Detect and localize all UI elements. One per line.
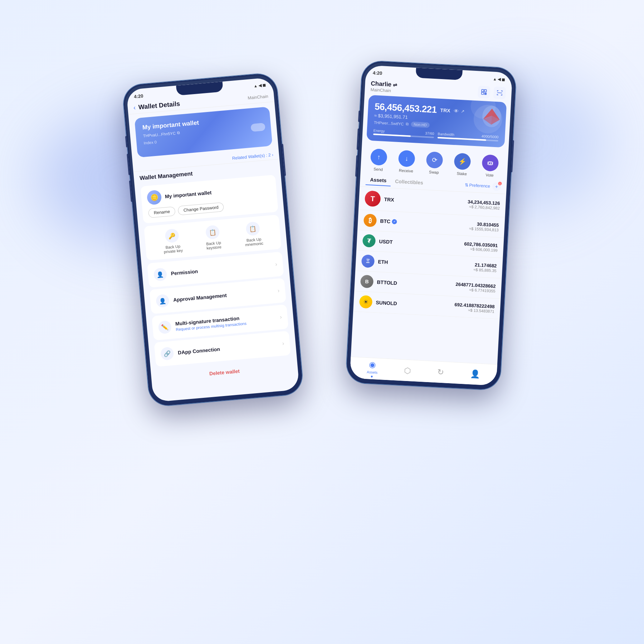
trx-name-col: TRX — [384, 196, 468, 206]
send-action[interactable]: ↑ Send — [370, 148, 387, 172]
chain-name: MainChain — [370, 87, 397, 94]
backup-key-label: Back Upprivate key — [163, 244, 183, 254]
stake-label: Stake — [457, 171, 467, 176]
usdt-name-col: USDT — [379, 238, 464, 248]
vote-label: Vote — [486, 173, 494, 177]
right-side-btn-3 — [355, 155, 358, 177]
svg-line-7 — [497, 93, 502, 93]
add-badge: 1 — [498, 182, 502, 186]
receive-icon-btn[interactable] — [478, 86, 491, 98]
backup-mnemonic-icon: 📋 — [245, 221, 260, 236]
change-password-button[interactable]: Change Password — [178, 202, 224, 215]
btc-name: BTC ✓ — [380, 218, 469, 229]
receive-action[interactable]: ↓ Receive — [398, 150, 415, 173]
receive-icon-circle: ↓ — [398, 150, 415, 167]
wallet-card: My important wallet THPvaU...Fhn5YC ⧉ In… — [135, 107, 273, 158]
eye-icon[interactable]: 👁 — [454, 108, 459, 114]
backup-keystore[interactable]: 📋 Back Upkeystore — [205, 225, 221, 250]
swap-arrows-icon[interactable]: ⇌ — [393, 82, 397, 88]
trx-icon: T — [365, 190, 381, 207]
approval-icon: 👤 — [156, 294, 170, 308]
stake-icon-circle: ⚡ — [454, 153, 471, 170]
svg-rect-3 — [485, 93, 486, 94]
asset-list: T TRX 34,234,453.126 ≈$ 2,760,842,982 ₿ … — [353, 186, 506, 319]
usdt-name: USDT — [379, 238, 464, 248]
vote-icon-circle: 🎟 — [482, 154, 499, 171]
left-phone-screen: 4:20 ▲ ◀ ◼ ‹ Wallet Details MainChain My… — [126, 77, 300, 402]
tron-decoration — [481, 104, 502, 129]
swap-label: Swap — [429, 170, 439, 174]
assets-nav-icon: ◉ — [369, 360, 376, 370]
eth-values: 21.174682 ≈$ 85,885.35 — [473, 262, 497, 273]
header-icons — [478, 86, 506, 99]
stake-action[interactable]: ⚡ Stake — [453, 153, 471, 176]
usdt-icon: ₮ — [362, 234, 376, 248]
receive-label: Receive — [399, 168, 413, 173]
nav-history-btn[interactable]: ↻ — [437, 367, 444, 377]
btc-values: 30.810455 ≈$ 1555,934,813 — [469, 221, 499, 232]
chevron-right-icon-4: › — [282, 340, 284, 347]
address-text: THPvaU...Fhn5YC — [143, 131, 176, 138]
scan-icon-btn[interactable] — [493, 87, 506, 99]
svg-rect-4 — [486, 93, 487, 94]
sunold-name-col: SUNOLD — [376, 299, 454, 309]
preference-button[interactable]: ⇅ Preference — [465, 182, 490, 189]
btc-icon: ₿ — [364, 214, 377, 227]
send-label: Send — [374, 167, 383, 171]
sunold-name: SUNOLD — [376, 299, 454, 309]
copy-icon[interactable]: ⧉ — [177, 130, 180, 135]
left-status-time: 4:20 — [134, 93, 143, 99]
discover-nav-icon: ⬡ — [404, 366, 411, 375]
chevron-right-icon-3: › — [279, 314, 282, 320]
backup-keystore-icon: 📋 — [205, 225, 220, 239]
nav-assets-btn[interactable]: ◉ Assets — [367, 360, 378, 378]
back-button[interactable]: ‹ — [133, 104, 136, 111]
eth-icon: Ξ — [361, 254, 375, 268]
assets-nav-dot — [371, 375, 373, 377]
history-nav-icon: ↻ — [437, 367, 444, 377]
copy-icon-right[interactable]: ⧉ — [406, 122, 409, 126]
chevron-right-icon-2: › — [277, 287, 280, 294]
svg-rect-6 — [486, 94, 487, 95]
trx-values: 34,234,453.126 ≈$ 2,760,842,982 — [467, 199, 500, 210]
swap-action[interactable]: ⟳ Swap — [426, 151, 443, 175]
side-button-right — [282, 144, 286, 176]
right-phone-screen: 4:20 ▲ ◀ ◼ Charlie ⇌ MainChain — [350, 65, 512, 386]
profile-nav-icon: 👤 — [470, 369, 480, 379]
tab-assets[interactable]: Assets — [366, 174, 391, 186]
permission-icon: 👤 — [153, 268, 167, 282]
svg-rect-1 — [484, 90, 487, 92]
bttold-icon: B — [360, 275, 374, 288]
rename-button[interactable]: Rename — [148, 206, 176, 218]
nav-discover-btn[interactable]: ⬡ — [404, 366, 411, 375]
right-status-icons: ▲ ◀ ◼ — [493, 77, 505, 82]
svg-rect-5 — [485, 94, 486, 95]
nav-title: Wallet Details — [138, 100, 180, 111]
phones-container: 4:20 ▲ ◀ ◼ ‹ Wallet Details MainChain My… — [125, 36, 519, 608]
right-side-btn-2 — [357, 128, 359, 150]
expand-icon[interactable]: ↗ — [461, 108, 465, 114]
btc-name-col: BTC ✓ — [380, 218, 469, 229]
balance-card: 56,456,453.221 TRX 👁 ↗ ≈ $3,951,951.71 T… — [366, 95, 507, 147]
add-asset-button[interactable]: + 1 — [492, 182, 501, 191]
vote-action[interactable]: 🎟 Vote — [481, 154, 499, 177]
bttold-name: BTTOLD — [377, 279, 455, 289]
backup-private-key[interactable]: 🔑 Back Upprivate key — [162, 228, 183, 254]
eth-name: ETH — [378, 259, 474, 269]
nav-profile-btn[interactable]: 👤 — [470, 369, 480, 379]
eth-name-col: ETH — [378, 259, 474, 269]
backup-mnemonic[interactable]: 📋 Back Upmnemonic — [243, 221, 263, 247]
backup-key-icon: 🔑 — [165, 228, 179, 243]
btc-verified-badge: ✓ — [392, 219, 397, 224]
approval-label: Approval Management — [173, 288, 274, 303]
send-icon-circle: ↑ — [370, 148, 387, 166]
bttold-values: 2648771.04328662 ≈$ 6.77419355 — [455, 281, 496, 293]
swap-icon-circle: ⟳ — [426, 151, 443, 169]
left-status-icons: ▲ ◀ ◼ — [253, 83, 266, 88]
balance-currency: TRX — [440, 107, 450, 113]
svg-rect-0 — [482, 89, 484, 92]
assets-nav-label: Assets — [367, 370, 378, 375]
tab-collectibles[interactable]: Collectibles — [391, 176, 428, 188]
side-button-2 — [127, 154, 130, 175]
backup-keystore-label: Back Upkeystore — [206, 240, 222, 250]
